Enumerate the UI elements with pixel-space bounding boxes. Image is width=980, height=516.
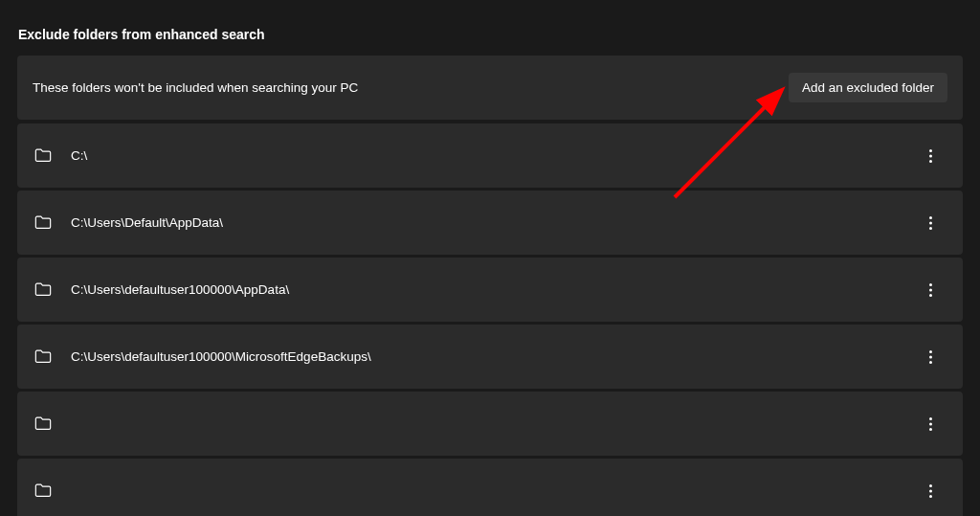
- svg-point-12: [929, 417, 932, 420]
- svg-point-3: [929, 216, 932, 219]
- svg-point-15: [929, 484, 932, 487]
- folder-path-text: C:\Users\Default\AppData\: [71, 215, 896, 230]
- more-options-button[interactable]: [915, 476, 946, 506]
- header-description: These folders won't be included when sea…: [33, 80, 358, 95]
- more-vertical-icon: [929, 417, 932, 431]
- excluded-folder-row[interactable]: [17, 459, 963, 516]
- more-options-button[interactable]: [915, 275, 946, 305]
- folder-icon: [34, 214, 52, 232]
- svg-point-9: [929, 350, 932, 353]
- folder-icon: [34, 415, 52, 433]
- excluded-folder-row[interactable]: C:\Users\Default\AppData\: [17, 191, 963, 255]
- svg-point-5: [929, 227, 932, 230]
- svg-point-16: [929, 489, 932, 492]
- excluded-folder-row[interactable]: [17, 392, 963, 456]
- add-excluded-folder-button[interactable]: Add an excluded folder: [789, 73, 947, 102]
- header-card: These folders won't be included when sea…: [17, 56, 963, 120]
- svg-point-14: [929, 428, 932, 431]
- excluded-folder-row[interactable]: C:\Users\defaultuser100000\MicrosoftEdge…: [17, 325, 963, 389]
- svg-point-11: [929, 361, 932, 364]
- more-vertical-icon: [929, 350, 932, 364]
- more-vertical-icon: [929, 149, 932, 163]
- svg-point-4: [929, 221, 932, 224]
- svg-point-8: [929, 294, 932, 297]
- folder-path-text: C:\Users\defaultuser100000\AppData\: [71, 282, 896, 297]
- folder-path-text: C:\Users\defaultuser100000\MicrosoftEdge…: [71, 349, 896, 364]
- more-options-button[interactable]: [915, 141, 946, 171]
- section-title: Exclude folders from enhanced search: [17, 27, 963, 42]
- folder-icon: [34, 482, 52, 500]
- svg-point-10: [929, 355, 932, 358]
- more-vertical-icon: [929, 216, 932, 230]
- folder-icon: [34, 281, 52, 299]
- svg-point-2: [929, 160, 932, 163]
- excluded-folder-row[interactable]: C:\: [17, 123, 963, 188]
- folder-path-text: C:\: [71, 148, 896, 163]
- more-options-button[interactable]: [915, 409, 946, 439]
- svg-point-17: [929, 495, 932, 498]
- svg-point-7: [929, 288, 932, 291]
- svg-point-6: [929, 283, 932, 286]
- folder-icon: [34, 348, 52, 366]
- svg-point-1: [929, 154, 932, 157]
- more-options-button[interactable]: [915, 208, 946, 238]
- excluded-folder-row[interactable]: C:\Users\defaultuser100000\AppData\: [17, 258, 963, 322]
- more-options-button[interactable]: [915, 342, 946, 372]
- svg-point-0: [929, 149, 932, 152]
- svg-point-13: [929, 422, 932, 425]
- more-vertical-icon: [929, 283, 932, 297]
- more-vertical-icon: [929, 484, 932, 498]
- folder-icon: [34, 147, 52, 165]
